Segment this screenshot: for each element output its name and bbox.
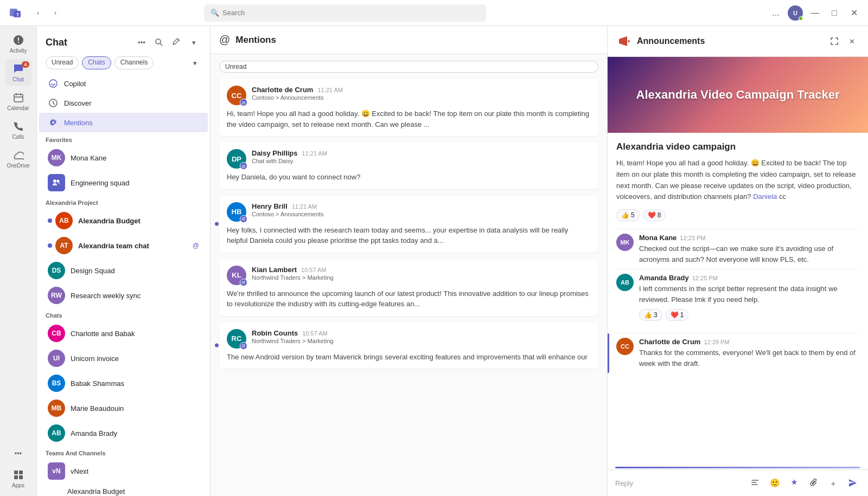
more-icon: ••• xyxy=(12,447,25,460)
reaction-heart[interactable]: ❤️ 8 xyxy=(643,209,666,221)
sidebar-item-discover[interactable]: Discover xyxy=(39,93,208,113)
msg2-info: Daisy Phillips11:21 AM Chat with Daisy xyxy=(252,149,591,164)
svg-rect-6 xyxy=(14,475,18,479)
reply2-heart[interactable]: ❤️ 1 xyxy=(666,309,689,321)
msg3-at-icon: @ xyxy=(240,215,247,223)
msg1-at-icon: @ xyxy=(240,99,247,106)
msg2-body: Hey Daniela, do you want to connect now? xyxy=(227,172,591,183)
chat-item-unicorn[interactable]: UI Unicorn invoice xyxy=(39,346,208,371)
chat-item-marie[interactable]: MB Marie Beaudouin xyxy=(39,396,208,421)
chat-item-amanda[interactable]: AB Amanda Brady xyxy=(39,421,208,446)
title-bar: T ‹ › 🔍 ... U — □ ✕ xyxy=(0,0,868,26)
chat-item-teamchat[interactable]: AT Alexandria team chat @ xyxy=(39,233,208,258)
avatar[interactable]: U xyxy=(788,5,803,21)
minimize-button[interactable]: — xyxy=(807,5,822,21)
sidebar: Chat ••• ▾ Unread Chats Channels ▾ xyxy=(37,26,210,496)
sidebar-search-button[interactable] xyxy=(151,35,167,50)
maximize-button[interactable]: □ xyxy=(827,5,842,21)
msg5-unread-indicator xyxy=(215,344,219,347)
filter-unread[interactable]: Unread xyxy=(46,56,79,69)
chat-item-babak[interactable]: BS Babak Shammas xyxy=(39,371,208,396)
reply2-thumbs[interactable]: 👍 3 xyxy=(639,309,662,321)
rail-item-onedrive[interactable]: OneDrive xyxy=(5,145,31,172)
format-button[interactable] xyxy=(748,475,763,491)
filter-chats[interactable]: Chats xyxy=(82,56,111,69)
unicorn-avatar: UI xyxy=(48,350,65,367)
rail-item-calls[interactable]: Calls xyxy=(5,117,31,143)
search-bar[interactable]: 🔍 xyxy=(204,4,486,22)
teamchat-name: Alexandria team chat xyxy=(78,242,189,250)
design-name: Design Squad xyxy=(71,267,199,275)
rail-item-activity[interactable]: Activity xyxy=(5,30,31,57)
message-card-5[interactable]: RC @ Robin Counts10:57 AM Northwind Trad… xyxy=(219,323,598,369)
close-button[interactable]: ✕ xyxy=(846,5,861,21)
message-card-2[interactable]: DP @ Daisy Phillips11:21 AM Chat with Da… xyxy=(219,143,598,189)
reply2-body: I left comments in the script better rep… xyxy=(639,284,859,305)
search-input[interactable] xyxy=(222,9,480,17)
rp-content: Alexandria video campaign Hi, team! Hope… xyxy=(608,133,868,467)
message-card-3[interactable]: HB @ Henry Brill11:21 AM Contoso > Annou… xyxy=(219,196,598,253)
chat-item-budget[interactable]: AB Alexandria Budget xyxy=(39,208,208,233)
emoji-button[interactable]: 🙂 xyxy=(767,475,782,491)
chat-item-design[interactable]: DS Design Squad xyxy=(39,258,208,283)
rp-expand-button[interactable] xyxy=(827,34,842,49)
more-options-button[interactable]: ... xyxy=(768,5,783,21)
reply-input[interactable] xyxy=(615,479,743,487)
filter-expand-button[interactable]: ▾ xyxy=(188,56,201,69)
attach-button[interactable] xyxy=(806,475,821,491)
amanda-avatar: AB xyxy=(48,424,65,442)
sidebar-item-mentions[interactable]: Mentions xyxy=(39,113,208,132)
unread-pill[interactable]: Unread xyxy=(219,61,598,73)
sidebar-item-copilot[interactable]: Copilot xyxy=(39,74,208,93)
app-logo: T xyxy=(7,4,24,22)
svg-rect-4 xyxy=(14,471,18,474)
reply1-sender: Mona Kane xyxy=(639,234,676,242)
sidebar-expand-button[interactable]: ▾ xyxy=(186,35,201,50)
msg5-at-icon: @ xyxy=(240,342,247,350)
reaction-thumbs[interactable]: 👍 5 xyxy=(616,209,640,221)
msg4-sender: Kian Lambert xyxy=(252,266,297,274)
back-button[interactable]: ‹ xyxy=(30,5,46,21)
compose-more-button[interactable]: + xyxy=(826,475,841,491)
chat-item-engineering[interactable]: Engineering squad xyxy=(39,170,208,195)
message-card-4[interactable]: KL @ Kian Lambert10:57 AM Northwind Trad… xyxy=(219,259,598,316)
forward-button[interactable]: › xyxy=(48,5,63,21)
babak-name: Babak Shammas xyxy=(71,379,199,388)
msg2-sender: Daisy Phillips xyxy=(252,149,298,157)
compose-progress-bar xyxy=(615,467,860,468)
send-button[interactable] xyxy=(845,475,860,491)
sidebar-header-actions: ••• ▾ xyxy=(134,35,201,50)
navigation-buttons[interactable]: ‹ › xyxy=(30,5,63,21)
rail-item-apps[interactable]: Apps xyxy=(5,465,31,492)
section-chats: Chats xyxy=(37,308,210,321)
onedrive-icon xyxy=(12,149,25,162)
message-card-1[interactable]: CC @ Charlotte de Crum11:21 AM Contoso >… xyxy=(219,79,598,136)
rp-banner-title: Alexandria Video Campaign Tracker xyxy=(626,88,851,102)
chat-item-research[interactable]: RW Research weekly sync xyxy=(39,283,208,308)
msg3-unread-indicator xyxy=(215,222,219,226)
sidebar-compose-button[interactable] xyxy=(169,35,184,50)
rail-item-more[interactable]: ••• xyxy=(5,443,31,463)
title-bar-right: ... U — □ ✕ xyxy=(768,5,861,21)
msg4-time: 10:57 AM xyxy=(301,267,326,273)
chat-item-charlotte-babak[interactable]: CB Charlotte and Babak xyxy=(39,321,208,346)
left-rail: Activity 4 Chat Calendar Calls OneDriv xyxy=(0,26,37,496)
ai-button[interactable] xyxy=(787,475,802,491)
chat-item-mona[interactable]: MK Mona Kane xyxy=(39,145,208,170)
teamchat-unread-dot xyxy=(48,243,52,248)
rail-item-calendar[interactable]: Calendar xyxy=(5,88,31,114)
marie-name: Marie Beaudouin xyxy=(71,404,199,413)
filter-channels[interactable]: Channels xyxy=(114,56,154,69)
rail-item-chat[interactable]: 4 Chat xyxy=(5,59,31,86)
rp-close-button[interactable]: ✕ xyxy=(844,34,859,49)
reply2-time: 12:25 PM xyxy=(692,275,718,281)
sidebar-more-button[interactable]: ••• xyxy=(134,35,149,50)
chat-item-alex-budget-ch[interactable]: Alexandria Budget xyxy=(39,484,208,496)
svg-rect-5 xyxy=(19,471,23,474)
activity-icon xyxy=(12,34,25,47)
reply1-body: Checked out the script—can we make sure … xyxy=(639,243,859,265)
chat-item-vnext[interactable]: vN vNext xyxy=(39,459,208,484)
search-icon: 🔍 xyxy=(210,9,219,17)
svg-rect-3 xyxy=(14,94,23,102)
msg5-sender: Robin Counts xyxy=(252,329,298,337)
